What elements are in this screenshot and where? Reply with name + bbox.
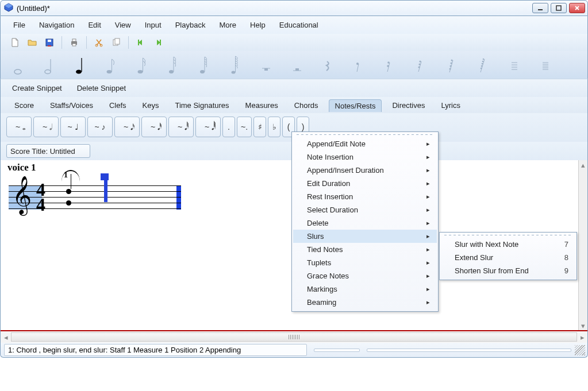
pal-tilde-dot[interactable]: ~. [237,117,252,137]
tab-keys[interactable]: Keys [137,99,165,112]
menu-markings[interactable]: Markings▸ [293,282,437,296]
next-icon[interactable] [152,36,164,49]
menu-beaming[interactable]: Beaming▸ [293,296,437,309]
scroll-left-icon[interactable]: ◂ [1,333,11,342]
menu-help[interactable]: Help [245,20,270,30]
vertical-scrollbar[interactable]: ▴ ▾ [578,160,587,330]
menu-append-insert-duration[interactable]: Append/Insert Duration▸ [293,164,437,177]
dur-rest-quarter[interactable] [321,55,335,75]
pal-sharp[interactable]: ♯ [253,117,266,137]
menu-select-duration[interactable]: Select Duration▸ [293,203,437,216]
dur-quarter[interactable] [73,55,87,75]
menu-tuplets[interactable]: Tuplets▸ [293,256,437,269]
dur-rest-whole[interactable] [259,55,273,75]
submenu-shorten-slur[interactable]: Shorten Slur from End 9 [441,264,575,277]
scroll-up-icon[interactable]: ▴ [579,160,587,169]
prev-icon[interactable] [134,36,147,49]
scroll-right-icon[interactable]: ▸ [577,333,587,342]
dur-rest-8th[interactable] [352,55,366,75]
scroll-down-icon[interactable]: ▾ [579,321,587,330]
menu-note-insertion[interactable]: Note Insertion▸ [293,150,437,164]
status-field-2 [314,349,360,352]
dur-whole[interactable] [11,55,25,75]
note-head-1[interactable] [66,189,71,194]
submenu-slur-with-next[interactable]: Slur with Next Note 7 [441,238,575,251]
menu-bar: File Navigation Edit View Input Playback… [0,16,588,34]
menu-input[interactable]: Input [140,20,166,30]
hscroll-thumb[interactable] [11,333,577,341]
svg-point-16 [14,69,21,74]
staff[interactable]: 𝄞 4 4 1 [9,175,187,221]
dur-extra-1[interactable] [508,55,521,75]
dur-32nd[interactable] [166,55,180,75]
pal-16th[interactable]: ~ 𝅘𝅥𝅯 [114,117,140,137]
pal-128th[interactable]: ~ 𝅘𝅥𝅲 [195,117,221,137]
dur-extra-2[interactable] [539,55,552,75]
maximize-button[interactable] [551,3,567,13]
open-file-icon[interactable] [26,36,39,49]
cut-icon[interactable] [93,36,105,49]
tab-directives[interactable]: Directives [386,99,431,112]
horizontal-scrollbar[interactable] [11,332,577,342]
menu-playback[interactable]: Playback [171,20,210,30]
menu-edit-duration[interactable]: Edit Duration▸ [293,177,437,190]
dur-rest-128th[interactable] [476,55,490,75]
score-title-input[interactable] [6,144,90,158]
print-icon[interactable] [68,36,80,49]
tab-staffs-voices[interactable]: Staffs/Voices [44,99,99,112]
menu-edit[interactable]: Edit [83,20,105,30]
dur-eighth[interactable] [104,55,118,75]
status-field-3 [367,349,571,352]
notes-rests-menu[interactable]: Append/Edit Note▸ Note Insertion▸ Append… [291,131,439,312]
pal-64th[interactable]: ~ 𝅘𝅥𝅱 [168,117,194,137]
dur-rest-32nd[interactable] [414,55,428,75]
pal-half[interactable]: ~ 𝅗𝅥 [33,117,59,137]
menu-navigation[interactable]: Navigation [34,20,79,30]
pal-eighth[interactable]: ~ ♪ [87,117,113,137]
svg-point-29 [232,71,236,74]
note-number-label: 1 [64,171,68,180]
dur-rest-half[interactable] [290,55,304,75]
copy-icon[interactable] [110,36,122,49]
dur-half[interactable] [42,55,56,75]
tab-lyrics[interactable]: Lyrics [435,99,466,112]
dur-rest-16th[interactable] [383,55,397,75]
tab-chords[interactable]: Chords [289,99,324,112]
svg-rect-2 [538,9,543,10]
pal-quarter[interactable]: ~ ♩ [60,117,86,137]
menu-delete[interactable]: Delete▸ [293,216,437,230]
tab-notes-rests[interactable]: Notes/Rests [329,99,382,112]
menu-grace-notes[interactable]: Grace Notes▸ [293,269,437,282]
menu-more[interactable]: More [214,20,241,30]
note-head-2[interactable] [66,200,71,206]
tab-time-signatures[interactable]: Time Signatures [169,99,235,112]
menu-append-edit-note[interactable]: Append/Edit Note▸ [293,137,437,150]
new-file-icon[interactable] [9,36,21,49]
pal-dot[interactable]: . [222,117,235,137]
menu-view[interactable]: View [110,20,136,30]
menu-tied-notes[interactable]: Tied Notes▸ [293,243,437,256]
menu-slurs[interactable]: Slurs▸ [293,230,437,243]
dur-128th[interactable] [228,55,242,75]
dur-64th[interactable] [197,55,211,75]
pal-flat[interactable]: ♭ [268,117,280,137]
close-button[interactable] [569,3,585,13]
minimize-button[interactable] [532,3,548,13]
tab-measures[interactable]: Measures [240,99,284,112]
create-snippet-button[interactable]: Create Snippet [9,83,66,94]
pal-whole[interactable]: ~ 𝅝 [6,117,32,137]
tab-score[interactable]: Score [9,99,40,112]
menu-educational[interactable]: Educational [275,20,323,30]
tab-clefs[interactable]: Clefs [103,99,132,112]
slurs-submenu[interactable]: Slur with Next Note 7 Extend Slur 8 Shor… [439,232,577,280]
insert-cursor-head[interactable] [101,173,109,180]
save-file-icon[interactable] [43,36,56,49]
dur-rest-64th[interactable] [445,55,459,75]
pal-32nd[interactable]: ~ 𝅘𝅥𝅰 [141,117,167,137]
submenu-extend-slur[interactable]: Extend Slur 8 [441,251,575,264]
resize-grip-icon[interactable] [575,345,585,355]
menu-rest-insertion[interactable]: Rest Insertion▸ [293,190,437,203]
menu-file[interactable]: File [9,20,30,30]
delete-snippet-button[interactable]: Delete Snippet [74,83,129,94]
dur-16th[interactable] [135,55,149,75]
